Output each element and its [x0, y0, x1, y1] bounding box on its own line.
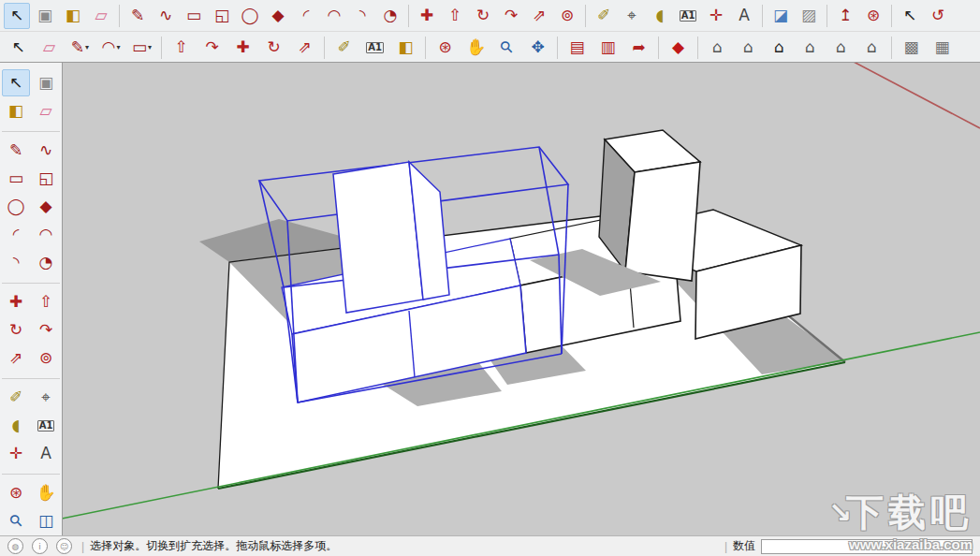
arc-icon[interactable]: ◠▾ — [96, 33, 125, 62]
select-icon[interactable]: ↖ — [4, 3, 30, 29]
zoom-window-icon[interactable]: ◫ — [32, 507, 60, 534]
front-view-icon[interactable]: ⌂ — [765, 33, 794, 62]
select-icon[interactable]: ↖ — [2, 69, 30, 96]
circle-icon[interactable]: ◯ — [2, 193, 30, 220]
offset-icon[interactable]: ⊚ — [554, 3, 580, 29]
zoom-extents-icon[interactable]: ✥ — [523, 33, 552, 62]
text-icon[interactable]: A1 — [360, 33, 389, 62]
zoom-icon[interactable]: ⚲ — [2, 507, 30, 534]
three-point-arc-icon[interactable]: ◝ — [2, 249, 30, 276]
send-to-layout-icon[interactable]: ➦ — [624, 33, 653, 62]
position-camera-icon[interactable]: ↥ — [832, 3, 858, 29]
look-around-icon[interactable]: ↺ — [925, 3, 951, 29]
arc-icon[interactable]: ◜ — [293, 3, 319, 29]
section-display-icon[interactable]: ▨ — [796, 3, 822, 29]
face-style-monochrome-icon[interactable]: ▦ — [928, 33, 957, 62]
two-point-arc-icon[interactable]: ◠ — [32, 221, 60, 248]
line-icon[interactable]: ✎ — [2, 137, 30, 164]
model-viewport[interactable] — [62, 62, 980, 536]
make-component-icon[interactable]: ▣ — [32, 3, 58, 29]
dropdown-arrow-icon[interactable]: ▾ — [116, 43, 120, 51]
push-pull-icon[interactable]: ⇧ — [167, 33, 196, 62]
iso-view-icon[interactable]: ⌂ — [703, 33, 732, 62]
tape-measure-icon[interactable]: ✐ — [591, 3, 617, 29]
3d-text-icon[interactable]: A — [32, 440, 60, 467]
eraser-icon[interactable]: ▱ — [35, 33, 64, 62]
text-icon[interactable]: A1 — [675, 3, 701, 29]
dropdown-arrow-icon[interactable]: ▾ — [85, 43, 89, 51]
tape-measure-icon[interactable]: ✐ — [329, 33, 358, 62]
protractor-icon[interactable]: ◖ — [647, 3, 673, 29]
orbit-icon[interactable]: ⊛ — [860, 3, 886, 29]
right-view-icon[interactable]: ⌂ — [796, 33, 825, 62]
text-icon[interactable]: A1 — [32, 412, 60, 439]
account-icon[interactable]: ☺ — [56, 538, 72, 554]
rectangle-icon[interactable]: ▭ — [2, 165, 30, 192]
select-icon[interactable]: ↖ — [4, 33, 33, 62]
rotate-icon[interactable]: ↻ — [259, 33, 288, 62]
rotated-rectangle-icon[interactable]: ◱ — [32, 165, 60, 192]
paint-bucket-icon[interactable]: ◧ — [2, 97, 30, 124]
polygon-icon[interactable]: ◆ — [265, 3, 291, 29]
rotate-icon[interactable]: ↻ — [470, 3, 496, 29]
extension-warehouse-icon[interactable]: ◆ — [664, 33, 693, 62]
orbit-icon[interactable]: ⊛ — [431, 33, 460, 62]
geolocation-icon[interactable]: ◍ — [7, 538, 23, 554]
push-pull-icon[interactable]: ⇧ — [442, 3, 468, 29]
scale-icon[interactable]: ⇗ — [2, 344, 30, 372]
paint-bucket-icon[interactable]: ◧ — [60, 3, 86, 29]
zoom-icon[interactable]: ⚲ — [492, 33, 521, 62]
slab-selected[interactable] — [333, 162, 449, 313]
offset-icon[interactable]: ⊚ — [32, 344, 60, 372]
tape-measure-icon[interactable]: ✐ — [2, 384, 30, 411]
follow-me-icon[interactable]: ↷ — [498, 3, 524, 29]
freehand-icon[interactable]: ∿ — [32, 137, 60, 164]
paint-bucket-icon[interactable]: ◧ — [391, 33, 420, 62]
push-pull-icon[interactable]: ⇧ — [32, 288, 60, 315]
back-view-icon[interactable]: ⌂ — [826, 33, 856, 62]
make-component-icon[interactable]: ▣ — [32, 69, 60, 96]
follow-me-icon[interactable]: ↷ — [32, 316, 60, 344]
orbit-icon[interactable]: ⊛ — [2, 479, 30, 506]
scale-icon[interactable]: ⇗ — [526, 3, 552, 29]
pan-icon[interactable]: ✋ — [461, 33, 490, 62]
axes-icon[interactable]: ✛ — [2, 440, 30, 467]
share-model-icon[interactable]: ▥ — [593, 33, 622, 62]
two-point-arc-icon[interactable]: ◠ — [321, 3, 347, 29]
move-icon[interactable]: ✚ — [228, 33, 257, 62]
3d-text-icon[interactable]: A — [731, 3, 757, 29]
rectangle-icon[interactable]: ▭▾ — [127, 33, 156, 62]
dropdown-arrow-icon[interactable]: ▾ — [148, 43, 152, 51]
measurements-input[interactable] — [761, 539, 973, 554]
drawing-canvas[interactable] — [62, 62, 980, 536]
move-icon[interactable]: ✚ — [414, 3, 440, 29]
scale-icon[interactable]: ⇗ — [290, 33, 319, 62]
eraser-icon[interactable]: ▱ — [88, 3, 114, 29]
three-point-arc-icon[interactable]: ◝ — [349, 3, 375, 29]
line-icon[interactable]: ✎▾ — [66, 33, 95, 62]
pie-icon[interactable]: ◔ — [32, 249, 60, 276]
freehand-icon[interactable]: ∿ — [153, 3, 179, 29]
dimension-icon[interactable]: ⌖ — [32, 384, 60, 411]
arc-icon[interactable]: ◜ — [2, 221, 30, 248]
dimension-icon[interactable]: ⌖ — [619, 3, 645, 29]
face-style-xray-icon[interactable]: ▩ — [897, 33, 926, 62]
pie-icon[interactable]: ◔ — [377, 3, 403, 29]
rectangle-icon[interactable]: ▭ — [181, 3, 207, 29]
left-view-icon[interactable]: ⌂ — [734, 33, 763, 62]
top-view-icon[interactable]: ⌂ — [857, 33, 886, 62]
move-icon[interactable]: ✚ — [2, 288, 30, 315]
axes-icon[interactable]: ✛ — [703, 3, 729, 29]
line-icon[interactable]: ✎ — [124, 3, 151, 29]
protractor-icon[interactable]: ◖ — [2, 412, 30, 439]
rotated-rectangle-icon[interactable]: ◱ — [209, 3, 235, 29]
circle-icon[interactable]: ◯ — [237, 3, 263, 29]
section-plane-icon[interactable]: ◪ — [768, 3, 794, 29]
polygon-icon[interactable]: ◆ — [32, 193, 60, 220]
rotate-icon[interactable]: ↻ — [2, 316, 30, 344]
pan-icon[interactable]: ✋ — [32, 479, 60, 506]
credits-icon[interactable]: i — [32, 538, 48, 554]
get-models-icon[interactable]: ▤ — [563, 33, 592, 62]
eraser-icon[interactable]: ▱ — [32, 97, 60, 124]
select-arrow-icon[interactable]: ↖ — [897, 3, 923, 29]
